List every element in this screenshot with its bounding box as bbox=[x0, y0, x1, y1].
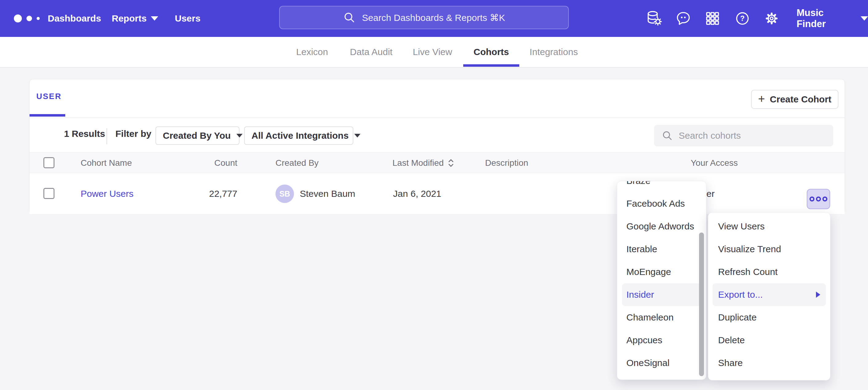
nav-dashboards-label: Dashboards bbox=[48, 13, 101, 24]
submenu-item-chameleon[interactable]: Chameleon bbox=[622, 306, 701, 329]
user-tab-indicator bbox=[30, 114, 65, 117]
menu-item-view-users[interactable]: View Users bbox=[713, 215, 826, 238]
column-header-count[interactable]: Count bbox=[176, 153, 237, 173]
active-tab-indicator bbox=[463, 64, 519, 67]
submenu-item-label: Insider bbox=[626, 289, 654, 300]
nav-dashboards[interactable]: Dashboards bbox=[48, 0, 101, 37]
submenu-scrollbar[interactable] bbox=[699, 232, 704, 376]
submenu-item-onesignal[interactable]: OneSignal bbox=[622, 352, 701, 374]
secondary-navigation: Lexicon Data Audit Live View Cohorts Int… bbox=[0, 37, 868, 68]
column-header-your-access[interactable]: Your Access bbox=[691, 153, 738, 173]
submenu-item-label: Google Adwords bbox=[626, 221, 694, 232]
menu-item-share[interactable]: Share bbox=[713, 352, 826, 374]
menu-item-export-to[interactable]: Export to... bbox=[713, 283, 826, 306]
menu-item-visualize-trend[interactable]: Visualize Trend bbox=[713, 238, 826, 261]
menu-item-label: View Users bbox=[718, 221, 765, 232]
logo-dots-icon bbox=[13, 12, 44, 25]
submenu-item-google-adwords[interactable]: Google Adwords bbox=[622, 215, 701, 238]
row-actions-context-menu: View Users Visualize Trend Refresh Count… bbox=[708, 212, 831, 381]
help-icon: ? bbox=[734, 10, 751, 27]
settings-button[interactable] bbox=[763, 10, 780, 27]
last-modified-label: Last Modified bbox=[393, 158, 444, 168]
cohort-count: 22,777 bbox=[168, 173, 237, 214]
submenu-item-iterable[interactable]: Iterable bbox=[622, 238, 701, 261]
integrations-filter-dropdown[interactable]: All Active Integrations bbox=[244, 126, 353, 145]
integrations-filter-value: All Active Integrations bbox=[251, 130, 349, 141]
tab-integrations[interactable]: Integrations bbox=[530, 37, 578, 67]
brand-logo[interactable] bbox=[13, 0, 44, 37]
chevron-down-icon bbox=[354, 134, 361, 137]
account-name: Music Finder bbox=[797, 7, 852, 30]
submenu-item-label: Appcues bbox=[626, 335, 662, 346]
apps-grid-icon bbox=[704, 10, 721, 27]
avatar: SB bbox=[276, 185, 294, 203]
submenu-item-appcues[interactable]: Appcues bbox=[622, 329, 701, 352]
tab-cohorts[interactable]: Cohorts bbox=[474, 37, 509, 67]
tab-live-view[interactable]: Live View bbox=[413, 37, 452, 67]
menu-item-label: Visualize Trend bbox=[718, 244, 781, 254]
help-button[interactable]: ? bbox=[734, 10, 751, 27]
submenu-item-label: OneSignal bbox=[626, 358, 670, 368]
chevron-down-icon bbox=[237, 134, 243, 137]
cohort-name-link[interactable]: Power Users bbox=[81, 173, 133, 214]
submenu-item-label: Chameleon bbox=[626, 312, 674, 323]
table-header-row: Cohort Name Count Created By Last Modifi… bbox=[30, 152, 845, 173]
menu-item-label: Delete bbox=[718, 335, 745, 346]
search-icon bbox=[343, 11, 356, 24]
row-actions-button[interactable] bbox=[807, 189, 830, 209]
column-header-description[interactable]: Description bbox=[485, 153, 528, 173]
export-destinations-list: Braze Facebook Ads Google Adwords Iterab… bbox=[617, 181, 706, 374]
menu-item-refresh-count[interactable]: Refresh Count bbox=[713, 261, 826, 283]
created-by-filter-dropdown[interactable]: Created By You bbox=[155, 126, 240, 145]
plus-icon: + bbox=[758, 93, 765, 105]
column-header-last-modified[interactable]: Last Modified bbox=[393, 153, 454, 173]
cohorts-panel: USER + Create Cohort 1 Results Filter by… bbox=[29, 79, 845, 214]
account-menu[interactable]: Music Finder bbox=[797, 0, 868, 37]
submenu-item-insider[interactable]: Insider bbox=[622, 283, 701, 306]
feedback-button[interactable] bbox=[675, 10, 692, 27]
nav-reports[interactable]: Reports bbox=[112, 0, 158, 37]
tab-user-cohorts[interactable]: USER bbox=[36, 92, 62, 101]
search-cohorts-input[interactable]: Search cohorts bbox=[654, 125, 833, 147]
menu-item-label: Duplicate bbox=[718, 312, 756, 323]
chevron-down-icon bbox=[151, 16, 158, 21]
tab-lexicon-label: Lexicon bbox=[296, 47, 328, 57]
top-navigation-bar: Dashboards Reports Users Search Dashboar… bbox=[0, 0, 868, 37]
menu-item-label: Export to... bbox=[718, 289, 763, 300]
export-destinations-submenu: Braze Facebook Ads Google Adwords Iterab… bbox=[617, 181, 706, 380]
tab-user-label: USER bbox=[36, 92, 62, 101]
submenu-item-label: Braze bbox=[626, 181, 650, 186]
apps-launcher-button[interactable] bbox=[704, 10, 721, 27]
global-search-bar[interactable]: Search Dashboards & Reports ⌘K bbox=[279, 6, 569, 29]
submenu-item-moengage[interactable]: MoEngage bbox=[622, 261, 701, 283]
submenu-item-label: MoEngage bbox=[626, 267, 671, 277]
tab-integrations-label: Integrations bbox=[530, 47, 578, 57]
row-checkbox[interactable] bbox=[43, 188, 55, 199]
tab-lexicon[interactable]: Lexicon bbox=[296, 37, 328, 67]
chat-feedback-icon bbox=[675, 10, 692, 27]
submenu-item-label: Iterable bbox=[626, 244, 657, 254]
column-header-created-by[interactable]: Created By bbox=[276, 153, 318, 173]
chevron-down-icon bbox=[861, 16, 868, 21]
submenu-item-label: Facebook Ads bbox=[626, 198, 685, 209]
filter-by-label: Filter by bbox=[116, 129, 151, 139]
create-cohort-button[interactable]: + Create Cohort bbox=[751, 90, 838, 109]
data-management-button[interactable] bbox=[646, 10, 663, 27]
submenu-arrow-icon bbox=[816, 292, 820, 298]
avatar-initials: SB bbox=[279, 190, 290, 198]
select-all-checkbox[interactable] bbox=[43, 157, 55, 168]
column-header-cohort-name[interactable]: Cohort Name bbox=[81, 153, 132, 173]
nav-users[interactable]: Users bbox=[175, 0, 200, 37]
divider bbox=[106, 128, 107, 144]
menu-item-duplicate[interactable]: Duplicate bbox=[713, 306, 826, 329]
sort-icon[interactable] bbox=[447, 158, 454, 168]
submenu-item-facebook-ads[interactable]: Facebook Ads bbox=[622, 192, 701, 215]
menu-item-label: Share bbox=[718, 358, 743, 368]
submenu-item-braze[interactable]: Braze bbox=[622, 181, 701, 192]
created-by-name: Steven Baum bbox=[300, 173, 355, 214]
menu-item-delete[interactable]: Delete bbox=[713, 329, 826, 352]
created-by-filter-value: Created By You bbox=[163, 130, 231, 141]
tab-data-audit[interactable]: Data Audit bbox=[350, 37, 393, 67]
search-cohorts-placeholder: Search cohorts bbox=[679, 130, 741, 141]
gear-icon bbox=[763, 10, 780, 27]
